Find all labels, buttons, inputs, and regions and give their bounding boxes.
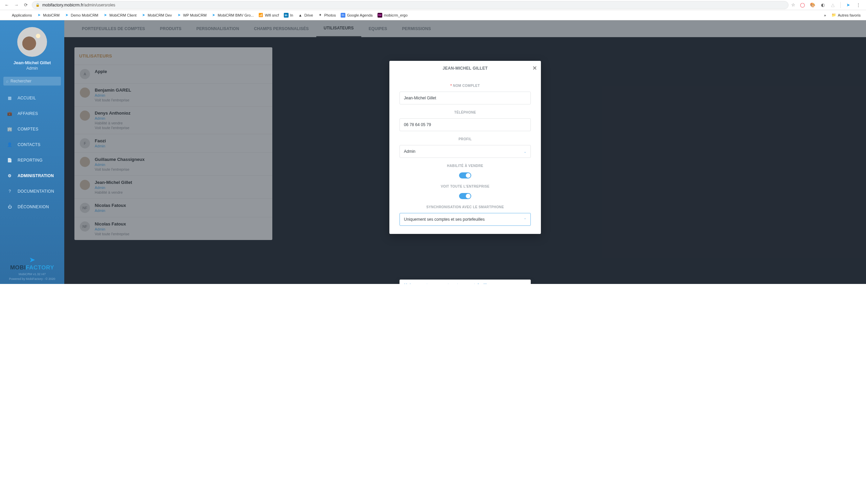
reload-button[interactable]: ⟳	[22, 2, 29, 9]
ext-icon[interactable]: ➤	[845, 2, 851, 8]
apps-icon	[5, 13, 10, 18]
profile-block: Jean-Michel Gillet Admin	[0, 20, 64, 76]
calendar-icon: 31	[341, 13, 345, 18]
ext-icon[interactable]: ◯	[800, 2, 805, 8]
kebab-menu-icon[interactable]: ⋮	[855, 2, 861, 8]
xd-icon: Xd	[378, 13, 382, 18]
bookmark[interactable]: Xdmobicrm_ergo	[376, 11, 410, 19]
nav-logout[interactable]: ⏻DÉCONNEXION	[0, 199, 64, 215]
bookmark[interactable]: ✦Photos	[315, 11, 337, 19]
brand-bird-icon: ➤	[0, 255, 64, 264]
field-label-see: VOIT TOUTE L'ENTREPRISE	[400, 185, 531, 188]
ext-icon[interactable]: ◐	[820, 2, 825, 8]
dropdown-option[interactable]: Uniquement ses comptes et ses portefeuil…	[400, 279, 531, 284]
ext-icon[interactable]: 🎨	[810, 2, 815, 8]
brand-copyright: Powered by MobiFactory - © 2020	[0, 277, 64, 280]
bird-icon: ➤	[103, 13, 108, 18]
bookmark[interactable]: inIn	[282, 11, 295, 19]
bird-icon: ➤	[211, 13, 216, 18]
ext-icon[interactable]: △	[830, 2, 835, 8]
sync-select[interactable]: Uniquement ses comptes et ses portefeuil…	[400, 213, 531, 226]
brand-block: ➤ MOBIFACTORY MobiCRM v1.32 r47 Powered …	[0, 251, 64, 284]
nav-list: ▦ACCUEIL 💼AFFAIRES 🏢COMPTES 👤CONTACTS 📄R…	[0, 90, 64, 215]
back-button[interactable]: ←	[3, 2, 10, 9]
bookmark[interactable]: ➤MobiCRM Dev	[140, 11, 174, 19]
nav-accueil[interactable]: ▦ACCUEIL	[0, 90, 64, 106]
building-icon: 🏢	[7, 126, 13, 132]
bookmark[interactable]: 31Google Agenda	[338, 11, 375, 19]
app-root: Jean-Michel Gillet Admin ⌕ ▦ACCUEIL 💼AFF…	[0, 20, 866, 284]
field-label-sell: HABILITÉ À VENDRE	[400, 164, 531, 168]
sidebar: Jean-Michel Gillet Admin ⌕ ▦ACCUEIL 💼AFF…	[0, 20, 64, 284]
bookmark[interactable]: 📶Wifi sncf	[256, 11, 281, 19]
browser-nav-bar: ← → ⟳ 🔒 mobifactory.mobicrm.fr/admin/use…	[0, 0, 866, 10]
url-text: mobifactory.mobicrm.fr/admin/usersroles	[42, 3, 115, 8]
search-icon: ⌕	[6, 79, 9, 83]
search-input[interactable]	[11, 79, 58, 83]
brand-logo: MOBIFACTORY	[0, 264, 64, 271]
gear-icon: ⚙	[7, 173, 13, 179]
bookmark[interactable]: ➤MobiCRM	[34, 11, 62, 19]
lock-icon: 🔒	[35, 3, 40, 7]
nav-administration[interactable]: ⚙ADMINISTRATION	[0, 168, 64, 184]
nav-reporting[interactable]: 📄REPORTING	[0, 152, 64, 168]
field-label-profile: PROFIL	[400, 137, 531, 141]
url-bar[interactable]: 🔒 mobifactory.mobicrm.fr/admin/usersrole…	[32, 1, 789, 9]
bookmark[interactable]: ➤MobiCRM BMV Gro...	[209, 11, 256, 19]
folder-icon: 📁	[832, 13, 836, 18]
profile-select[interactable]: Admin⌄	[400, 145, 531, 158]
briefcase-icon: 💼	[7, 111, 13, 117]
nav-documentation[interactable]: ?DOCUMENTATION	[0, 184, 64, 199]
bookmarks-bar: Applications ➤MobiCRM ➤Demo MobiCRM ➤Mob…	[0, 10, 866, 20]
user-icon: 👤	[7, 142, 13, 148]
chevron-down-icon: ⌄	[524, 150, 526, 153]
phone-field[interactable]	[400, 118, 531, 131]
toggle-see[interactable]	[459, 193, 471, 199]
nav-contacts[interactable]: 👤CONTACTS	[0, 137, 64, 152]
nav-comptes[interactable]: 🏢COMPTES	[0, 121, 64, 137]
bird-icon: ➤	[141, 13, 146, 18]
modal-title: JEAN-MICHEL GILLET ✕	[389, 61, 541, 76]
bird-icon: ➤	[64, 13, 69, 18]
field-label-phone: TÉLÉPHONE	[400, 111, 531, 114]
photos-icon: ✦	[318, 13, 322, 18]
toggle-sell[interactable]	[459, 172, 471, 179]
bookmark-apps[interactable]: Applications	[3, 11, 34, 19]
star-icon[interactable]: ☆	[791, 2, 795, 8]
bookmark[interactable]: ➤WP MobiCRM	[175, 11, 208, 19]
close-icon[interactable]: ✕	[532, 65, 537, 71]
bird-icon: ➤	[36, 13, 41, 18]
wifi-icon: 📶	[258, 13, 263, 18]
profile-role: Admin	[26, 66, 38, 71]
brand-version: MobiCRM v1.32 r47	[0, 273, 64, 276]
field-label-sync: SYNCHRONISATION AVEC LE SMARTPHONE	[400, 205, 531, 209]
bird-icon: ➤	[177, 13, 181, 18]
bookmarks-overflow[interactable]: »	[824, 13, 826, 17]
search-box[interactable]: ⌕	[3, 77, 61, 85]
other-bookmarks[interactable]: 📁Autres favoris	[830, 11, 863, 19]
nav-affaires[interactable]: 💼AFFAIRES	[0, 106, 64, 121]
profile-name: Jean-Michel Gillet	[13, 60, 51, 65]
forward-button[interactable]: →	[13, 2, 20, 9]
linkedin-icon: in	[284, 13, 289, 18]
bookmark[interactable]: ▲Drive	[296, 11, 315, 19]
drive-icon: ▲	[298, 13, 303, 18]
user-modal: JEAN-MICHEL GILLET ✕ * NOM COMPLET TÉLÉP…	[389, 61, 541, 234]
content-area: PORTEFEUILLES DE COMPTES PRODUITS PERSON…	[64, 20, 866, 284]
chevron-up-icon: ⌃	[524, 218, 526, 221]
report-icon: 📄	[7, 157, 13, 163]
home-icon: ▦	[7, 95, 13, 101]
help-icon: ?	[7, 188, 13, 194]
name-field[interactable]	[400, 92, 531, 104]
field-label-name: * NOM COMPLET	[400, 84, 531, 88]
power-icon: ⏻	[7, 204, 13, 210]
ext-icon[interactable]	[840, 2, 841, 8]
extension-icons: ◯ 🎨 ◐ △ ➤ ⋮	[798, 2, 863, 8]
sync-dropdown-list: Uniquement ses comptes et ses portefeuil…	[400, 279, 531, 284]
bookmark[interactable]: ➤Demo MobiCRM	[62, 11, 100, 19]
bookmark[interactable]: ➤MobiCRM Client	[101, 11, 139, 19]
avatar[interactable]	[17, 27, 47, 57]
